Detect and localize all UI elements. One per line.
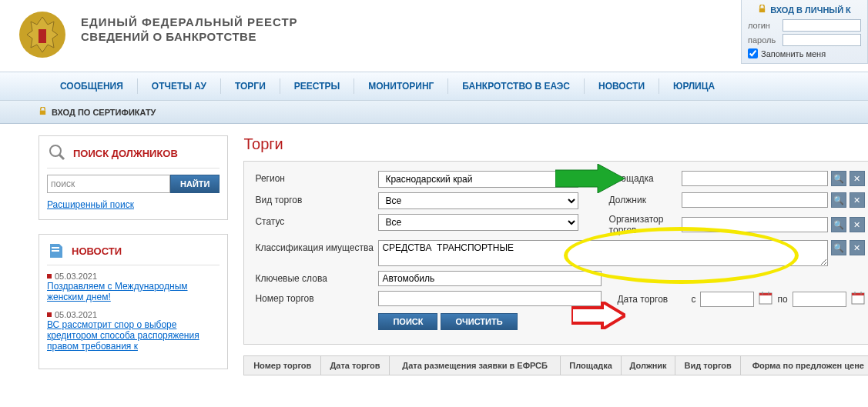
login-label: логин — [748, 21, 783, 30]
col-type[interactable]: Вид торгов — [675, 356, 741, 375]
password-label: пароль — [748, 35, 783, 45]
debtor-search-panel: ПОИСК ДОЛЖНИКОВ НАЙТИ Расширенный поиск — [39, 135, 228, 220]
login-panel: ВХОД В ЛИЧНЫЙ К логин пароль Запомнить м… — [741, 0, 868, 64]
type-label: Вид торгов — [255, 192, 378, 205]
nav-item-messages[interactable]: СООБЩЕНИЯ — [46, 78, 138, 94]
debtor-lookup-button[interactable]: 🔍 — [831, 192, 846, 208]
svg-marker-8 — [555, 164, 625, 193]
debtor-input[interactable] — [682, 192, 828, 208]
magnifier-icon: 🔍 — [833, 243, 844, 253]
magnifier-icon: 🔍 — [833, 220, 844, 230]
news-link[interactable]: ВС рассмотрит спор о выборе кредитором с… — [47, 319, 199, 352]
date-from-input[interactable] — [700, 292, 754, 307]
organizer-clear-button[interactable]: ✕ — [850, 217, 865, 232]
news-date: 05.03.2021 — [55, 272, 97, 281]
page-header: ЕДИНЫЙ ФЕДЕРАЛЬНЫЙ РЕЕСТР СВЕДЕНИЙ О БАН… — [0, 0, 868, 72]
date-to-label: по — [777, 294, 787, 305]
platform-clear-button[interactable]: ✕ — [850, 171, 865, 186]
classification-lookup-button[interactable]: 🔍 — [831, 240, 846, 255]
close-icon: ✕ — [853, 243, 860, 253]
platform-input[interactable] — [682, 171, 828, 186]
close-icon: ✕ — [853, 195, 860, 205]
lock-icon — [758, 5, 766, 15]
status-select[interactable]: Все — [378, 214, 578, 231]
remember-label: Запомнить меня — [761, 49, 826, 58]
cert-login-bar: ВХОД ПО СЕРТИФИКАТУ — [0, 101, 868, 124]
advanced-search-link[interactable]: Расширенный поиск — [47, 199, 134, 210]
cert-login-label: ВХОД ПО СЕРТИФИКАТУ — [52, 108, 156, 117]
newspaper-icon — [47, 241, 65, 262]
lock-icon — [39, 107, 47, 117]
bullet-icon — [47, 312, 52, 317]
number-label: Номер торгов — [255, 291, 378, 304]
site-title-line1: ЕДИНЫЙ ФЕДЕРАЛЬНЫЙ РЕЕСТР — [81, 15, 298, 28]
keywords-input[interactable] — [378, 271, 602, 286]
remember-checkbox[interactable] — [748, 48, 758, 58]
status-label: Статус — [255, 214, 378, 227]
nav-item-reports[interactable]: ОТЧЕТЫ АУ — [138, 78, 221, 94]
news-panel: НОВОСТИ 05.03.2021 Поздравляем с Междуна… — [39, 234, 228, 369]
svg-rect-7 — [52, 250, 59, 252]
filter-panel: Регион Краснодарский край Площадка 🔍 ✕ В… — [243, 161, 868, 345]
search-button[interactable]: ПОИСК — [378, 313, 437, 330]
news-item: 05.03.2021 ВС рассмотрит спор о выборе к… — [47, 310, 220, 352]
region-select[interactable]: Краснодарский край — [378, 171, 578, 188]
nav-item-eaes[interactable]: БАНКРОТСТВО В ЕАЭС — [448, 78, 585, 94]
magnifier-icon — [47, 142, 67, 165]
news-link[interactable]: Поздравляем с Международным женским днем… — [47, 281, 188, 302]
close-icon: ✕ — [853, 220, 860, 230]
nav-item-monitoring[interactable]: МОНИТОРИНГ — [354, 78, 448, 94]
cert-login-link[interactable]: ВХОД ПО СЕРТИФИКАТУ — [39, 107, 156, 117]
svg-rect-6 — [52, 247, 59, 249]
svg-line-5 — [59, 155, 64, 159]
date-label: Дата торгов — [617, 294, 686, 305]
col-form[interactable]: Форма по предложен цене — [741, 356, 868, 375]
date-from-label: с — [691, 294, 695, 305]
col-number[interactable]: Номер торгов — [244, 356, 321, 375]
debtor-clear-button[interactable]: ✕ — [850, 192, 865, 208]
emblem-icon — [15, 8, 81, 64]
organizer-input[interactable] — [682, 217, 828, 232]
svg-rect-2 — [759, 8, 765, 12]
col-posted[interactable]: Дата размещения заявки в ЕФРСБ — [389, 356, 560, 375]
nav-item-auctions[interactable]: ТОРГИ — [221, 78, 280, 94]
magnifier-icon: 🔍 — [833, 174, 844, 184]
classification-textarea[interactable]: СРЕДСТВА ТРАНСПОРТНЫЕ — [378, 240, 827, 266]
col-date[interactable]: Дата торгов — [321, 356, 390, 375]
number-input[interactable] — [378, 291, 602, 306]
svg-rect-1 — [39, 29, 46, 43]
results-table: Номер торгов Дата торгов Дата размещения… — [243, 355, 868, 375]
debtor-search-title: ПОИСК ДОЛЖНИКОВ — [73, 148, 178, 159]
calendar-icon[interactable] — [851, 291, 865, 307]
nav-item-news[interactable]: НОВОСТИ — [585, 78, 659, 94]
magnifier-icon: 🔍 — [833, 195, 844, 205]
main-nav: СООБЩЕНИЯ ОТЧЕТЫ АУ ТОРГИ РЕЕСТРЫ МОНИТО… — [0, 72, 868, 101]
svg-rect-11 — [759, 293, 772, 295]
calendar-icon[interactable] — [759, 291, 772, 307]
type-select[interactable]: Все — [378, 192, 578, 209]
news-item: 05.03.2021 Поздравляем с Международным ж… — [47, 272, 220, 302]
col-debtor[interactable]: Должник — [621, 356, 675, 375]
nav-item-registries[interactable]: РЕЕСТРЫ — [280, 78, 354, 94]
clear-button[interactable]: ОЧИСТИТЬ — [441, 313, 517, 330]
region-label: Регион — [255, 171, 378, 184]
keywords-label: Ключевые слова — [255, 271, 378, 284]
date-to-input[interactable] — [793, 292, 846, 307]
login-input[interactable] — [783, 19, 861, 32]
bullet-icon — [47, 274, 52, 279]
organizer-lookup-button[interactable]: 🔍 — [831, 217, 846, 232]
page-title: Торги — [243, 135, 868, 153]
news-date: 05.03.2021 — [55, 310, 97, 319]
svg-rect-3 — [40, 111, 45, 115]
classification-clear-button[interactable]: ✕ — [850, 240, 865, 255]
password-input[interactable] — [783, 34, 861, 46]
login-header: ВХОД В ЛИЧНЫЙ К — [770, 5, 851, 15]
platform-lookup-button[interactable]: 🔍 — [831, 171, 846, 186]
find-button[interactable]: НАЙТИ — [170, 175, 220, 193]
col-platform[interactable]: Площадка — [561, 356, 622, 375]
svg-rect-15 — [852, 293, 864, 295]
green-arrow-annotation-icon — [555, 164, 625, 195]
organizer-label: Организатор торгов — [609, 214, 679, 235]
nav-item-legal[interactable]: ЮРЛИЦА — [659, 78, 729, 94]
debtor-search-input[interactable] — [47, 175, 170, 193]
